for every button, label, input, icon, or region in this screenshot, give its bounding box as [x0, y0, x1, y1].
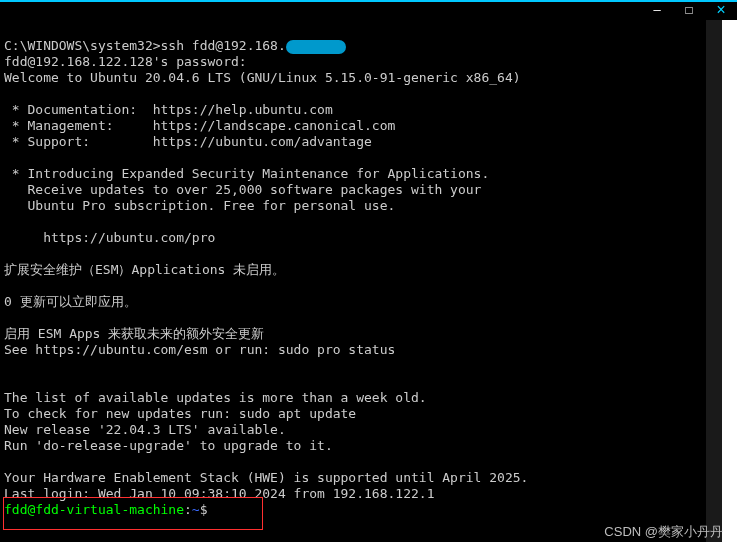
- vertical-scrollbar[interactable]: [706, 20, 722, 542]
- terminal-output[interactable]: C:\WINDOWS\system32>ssh fdd@192.168. fdd…: [0, 20, 706, 542]
- watermark-text: CSDN @樊家小丹丹: [604, 523, 723, 541]
- terminal-line: Run 'do-release-upgrade' to upgrade to i…: [4, 438, 333, 453]
- terminal-line: Last login: Wed Jan 10 09:38:10 2024 fro…: [4, 486, 434, 501]
- shell-prompt: fdd@fdd-virtual-machine:~$: [4, 502, 215, 517]
- terminal-line: * Documentation: https://help.ubuntu.com: [4, 102, 333, 117]
- terminal-line: fdd@192.168.122.128's password:: [4, 54, 247, 69]
- prompt-path: ~: [192, 502, 200, 517]
- terminal-line: To check for new updates run: sudo apt u…: [4, 406, 356, 421]
- terminal-line: 启用 ESM Apps 来获取未来的额外安全更新: [4, 326, 264, 341]
- terminal-line: Ubuntu Pro subscription. Free for person…: [4, 198, 395, 213]
- window-titlebar: — □ ×: [0, 0, 737, 20]
- terminal-line: https://ubuntu.com/pro: [4, 230, 215, 245]
- prompt-user: fdd@fdd-virtual-machine: [4, 502, 184, 517]
- terminal-line: 0 更新可以立即应用。: [4, 294, 137, 309]
- redaction-mark: [286, 40, 346, 54]
- terminal-line: * Introducing Expanded Security Maintena…: [4, 166, 489, 181]
- terminal-line: * Support: https://ubuntu.com/advantage: [4, 134, 372, 149]
- close-button[interactable]: ×: [705, 2, 737, 20]
- window-controls: — □ ×: [641, 2, 737, 20]
- maximize-button[interactable]: □: [673, 2, 705, 20]
- terminal-line: Your Hardware Enablement Stack (HWE) is …: [4, 470, 528, 485]
- terminal-line: The list of available updates is more th…: [4, 390, 427, 405]
- terminal-line: * Management: https://landscape.canonica…: [4, 118, 395, 133]
- minimize-button[interactable]: —: [641, 2, 673, 20]
- terminal-line: See https://ubuntu.com/esm or run: sudo …: [4, 342, 395, 357]
- terminal-line: C:\WINDOWS\system32>ssh fdd@192.168.: [4, 38, 346, 53]
- terminal-line: Receive updates to over 25,000 software …: [4, 182, 481, 197]
- terminal-line: 扩展安全维护（ESM）Applications 未启用。: [4, 262, 285, 277]
- terminal-line: New release '22.04.3 LTS' available.: [4, 422, 286, 437]
- terminal-line: Welcome to Ubuntu 20.04.6 LTS (GNU/Linux…: [4, 70, 521, 85]
